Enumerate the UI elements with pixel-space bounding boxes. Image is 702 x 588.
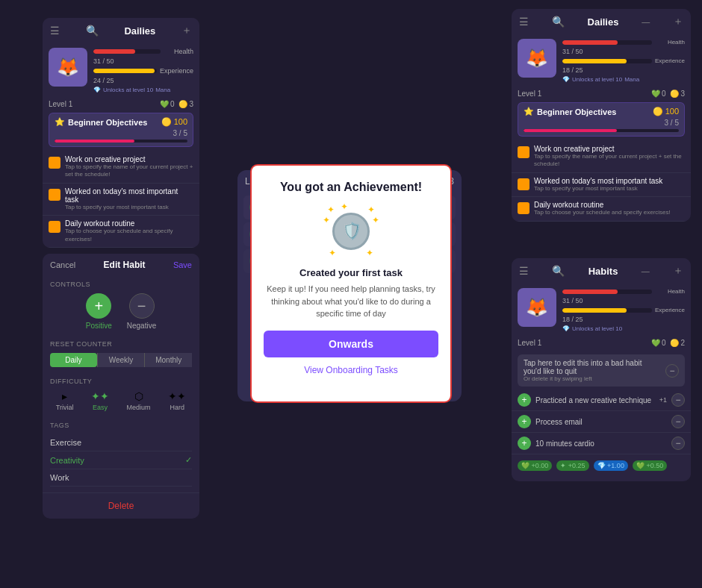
achievement-icon-area: ✦ ✦ ✦ ✦ ✦ ✦ ✦ 🛡️ xyxy=(321,201,381,261)
left-gold-gem: 🟡 3 xyxy=(178,100,193,108)
right-task-1[interactable]: Work on creative project Tap to specify … xyxy=(512,141,691,173)
sparkle-5: ✦ xyxy=(372,215,379,225)
right-menu-icon[interactable]: ☰ xyxy=(519,16,529,28)
right-health-label: Health xyxy=(655,39,685,46)
onwards-btn[interactable]: Onwards xyxy=(264,331,438,357)
left-heart-gem: 💚 0 xyxy=(160,100,175,108)
tag-creativity[interactable]: Creativity ✓ xyxy=(50,451,192,469)
reset-monthly-btn[interactable]: Monthly xyxy=(145,353,192,367)
right-obj-progress xyxy=(524,129,617,132)
left-health-bar xyxy=(93,49,135,54)
left-health-label: Health xyxy=(164,48,193,55)
left-exp-label: Experience xyxy=(160,67,193,75)
right-dailies-header: ☰ 🔍 Dailies — ＋ xyxy=(512,9,691,34)
right-dailies-panel: ☰ 🔍 Dailies — ＋ 🦊 Health 31 / 50 Expe xyxy=(512,9,691,222)
left-exp-bar xyxy=(93,69,155,73)
reward-1: 💚 +0.00 xyxy=(518,460,552,471)
reset-daily-btn[interactable]: Daily xyxy=(50,353,97,367)
right-exp-numbers: 18 / 25 xyxy=(562,66,685,74)
diff-hard[interactable]: ✦✦ Hard xyxy=(168,390,186,411)
sparkle-1: ✦ xyxy=(327,204,335,215)
right-health-bar xyxy=(562,40,618,45)
modal-desc: Keep it up! If you need help planning ta… xyxy=(264,283,438,320)
right-objectives[interactable]: ⭐ Beginner Objectives 🟡 100 3 / 5 xyxy=(518,102,685,137)
right-health-numbers: 31 / 50 xyxy=(562,48,685,55)
tag-work[interactable]: Work xyxy=(50,469,192,487)
tags-label: TAGS xyxy=(43,417,199,431)
diff-medium[interactable]: ⬡ Medium xyxy=(127,390,151,411)
sparkle-2: ✦ xyxy=(341,201,348,212)
edit-cancel-btn[interactable]: Cancel xyxy=(50,260,75,269)
right-task-3[interactable]: Daily workout routine Tap to choose your… xyxy=(512,197,691,221)
habit-2-minus-btn[interactable]: − xyxy=(671,415,685,428)
habit-3-minus-btn[interactable]: − xyxy=(671,437,685,450)
tag-check-icon: ✓ xyxy=(185,455,192,465)
habits-heart-gem: 💚 0 xyxy=(651,339,666,347)
right-obj-count: 3 / 5 xyxy=(665,119,679,127)
habits-health-numbers: 31 / 50 xyxy=(562,297,685,304)
tag-exercise[interactable]: Exercise xyxy=(50,434,192,451)
left-task-2[interactable]: Worked on today's most important task Ta… xyxy=(43,184,199,216)
habit-item-2[interactable]: + Process email − xyxy=(512,411,691,433)
right-task-1-checkbox[interactable] xyxy=(518,146,529,158)
diff-trivial[interactable]: ▸ Trivial xyxy=(56,390,74,411)
right-task-2[interactable]: Worked on today's most important task Ta… xyxy=(512,173,691,197)
view-tasks-link[interactable]: View Onboarding Tasks xyxy=(304,365,398,375)
habits-exp-numbers: 18 / 25 xyxy=(562,316,685,323)
delete-btn[interactable]: Delete xyxy=(43,492,199,519)
reset-weekly-btn[interactable]: Weekly xyxy=(98,353,145,367)
left-add-icon[interactable]: ＋ xyxy=(181,24,192,37)
habits-mana-row: 💎 Unlocks at level 10 xyxy=(562,325,685,332)
habit-3-add-btn[interactable]: + xyxy=(518,437,531,450)
habit-1-add-btn[interactable]: + xyxy=(518,393,531,407)
right-stats: Health 31 / 50 Experience 18 / 25 💎 Unlo… xyxy=(562,39,685,83)
right-habits-panel: ☰ 🔍 Habits — ＋ 🦊 Health 31 / 50 Exper xyxy=(512,258,691,481)
bad-habit-minus-btn[interactable]: − xyxy=(665,364,679,378)
diff-easy[interactable]: ✦✦ Easy xyxy=(91,390,109,411)
left-menu-icon[interactable]: ☰ xyxy=(50,25,60,37)
right-search-icon[interactable]: 🔍 xyxy=(552,16,565,28)
left-search-icon[interactable]: 🔍 xyxy=(86,25,99,37)
habit-item-3[interactable]: + 10 minutes cardio − xyxy=(512,433,691,454)
controls-label: CONTROLS xyxy=(43,276,199,290)
left-task-1-checkbox[interactable] xyxy=(49,157,60,169)
habits-gold-gem: 🟡 2 xyxy=(670,339,685,347)
right-dailies-add[interactable]: ＋ xyxy=(673,15,683,28)
sparkle-4: ✦ xyxy=(323,215,330,225)
right-task-3-checkbox[interactable] xyxy=(518,202,529,214)
edit-save-btn[interactable]: Save xyxy=(173,260,192,269)
difficulty-label: DIFFICULTY xyxy=(43,373,199,387)
negative-control: − Negative xyxy=(127,293,156,330)
left-task-3[interactable]: Daily workout routine Tap to choose your… xyxy=(43,216,199,248)
habit-item-1[interactable]: + Practiced a new creative technique +1 … xyxy=(512,390,691,411)
habits-avatar-section: 🦊 Health 31 / 50 Experience 18 / 25 xyxy=(512,284,691,337)
left-task-1[interactable]: Work on creative project Tap to specify … xyxy=(43,151,199,184)
right-exp-label: Experience xyxy=(655,57,685,64)
reset-label: RESET COUNTER xyxy=(43,336,199,350)
left-objectives[interactable]: ⭐ Beginner Objectives 🟡 100 3 / 5 xyxy=(49,113,193,147)
habits-exp-bar xyxy=(562,308,627,313)
edit-habit-panel: Cancel Edit Habit Save CONTROLS + Positi… xyxy=(43,254,199,519)
habits-stats: Health 31 / 50 Experience 18 / 25 💎 Unlo… xyxy=(562,288,685,332)
left-task-3-checkbox[interactable] xyxy=(49,221,60,233)
right-avatar-section: 🦊 Health 31 / 50 Experience 18 / 25 xyxy=(512,34,691,87)
right-heart-gem: 💚 0 xyxy=(651,90,666,98)
reward-4: 💚 +0.50 xyxy=(633,460,667,471)
bad-habit-item[interactable]: Tap here to edit this into a bad habit y… xyxy=(518,354,685,387)
habits-health-bar xyxy=(562,290,618,294)
modal-title: You got an Achievement! xyxy=(280,181,422,194)
habits-search-icon[interactable]: 🔍 xyxy=(552,265,565,277)
right-avatar: 🦊 xyxy=(518,39,556,78)
right-task-2-checkbox[interactable] xyxy=(518,178,529,190)
left-obj-progress xyxy=(55,140,134,143)
reward-2: ✦ +0.25 xyxy=(556,460,588,471)
habit-1-minus-btn[interactable]: − xyxy=(671,393,685,407)
habits-add[interactable]: ＋ xyxy=(673,264,683,278)
habit-2-add-btn[interactable]: + xyxy=(518,415,531,428)
left-task-2-checkbox[interactable] xyxy=(49,189,60,201)
edit-habit-header: Cancel Edit Habit Save xyxy=(43,254,199,276)
negative-btn[interactable]: − xyxy=(129,293,155,319)
positive-btn[interactable]: + xyxy=(86,293,111,319)
left-dailies-title: Dailies xyxy=(124,25,155,37)
habits-menu-icon[interactable]: ☰ xyxy=(519,265,529,277)
